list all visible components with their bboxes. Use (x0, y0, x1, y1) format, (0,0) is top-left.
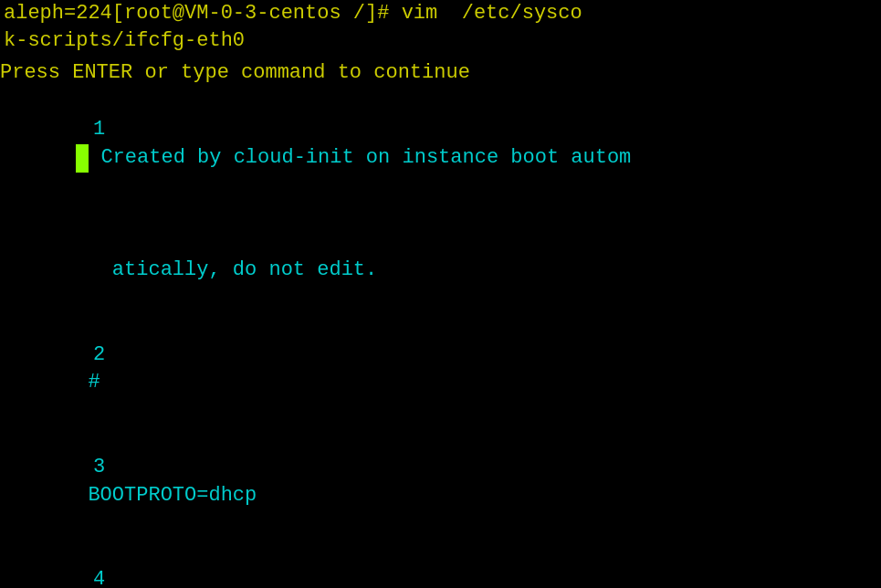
cursor: # (76, 144, 89, 173)
file-line-3: 3 BOOTPROTO=dhcp (0, 425, 881, 538)
file-line-1: 1 # Created by cloud-init on instance bo… (0, 88, 881, 200)
terminal-window: aleph=224[root@VM-0-3-centos /]# vim /et… (0, 0, 881, 588)
file-content: 1 # Created by cloud-init on instance bo… (0, 88, 881, 588)
line-number-3: 3 (76, 454, 109, 482)
line-number-4: 4 (76, 566, 109, 588)
prompt-line-2: k-scripts/ifcfg-eth0 (0, 27, 881, 55)
file-line-4: 4 DEVICE=eth0 (0, 538, 881, 588)
press-enter-message: Press ENTER or type command to continue (0, 61, 470, 84)
file-line-2: 2 # (0, 313, 881, 425)
file-line-1-cont: atically, do not edit. (0, 201, 881, 313)
line-number-1-cont (76, 228, 109, 257)
prompt-line-1: aleph=224[root@VM-0-3-centos /]# vim /et… (0, 0, 881, 27)
line-number-2: 2 (76, 341, 109, 370)
line-number-1: 1 (76, 116, 109, 144)
